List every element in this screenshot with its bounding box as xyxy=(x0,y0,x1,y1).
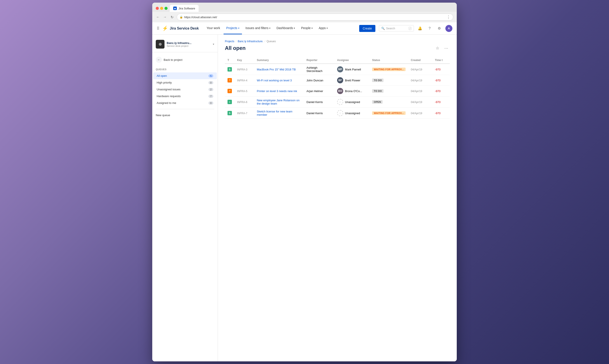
traffic-lights xyxy=(156,7,168,10)
project-dropdown-icon[interactable]: ▾ xyxy=(213,43,214,46)
sidebar-divider xyxy=(156,109,214,109)
col-header-created: Created xyxy=(408,57,432,64)
sidebar-item-badge: 7 xyxy=(208,95,213,98)
address-bar[interactable]: 🔒 https://cloud.atlassian.net/ ⋮ xyxy=(177,13,453,21)
sidebar-item-hardware-requests[interactable]: Hardware requests 7 xyxy=(153,93,217,100)
nav-your-work[interactable]: Your work xyxy=(204,22,223,34)
nav-items: Your work Projects ▾ Issues and filters … xyxy=(204,22,357,34)
table-row[interactable]: S INFRA-3 MacBook Pro 15" Mid 2018 TB As… xyxy=(225,64,450,75)
col-header-summary: Summary xyxy=(254,57,304,64)
created-date: 04/Apr/19 xyxy=(411,90,422,93)
brand-name: Jira Service Desk xyxy=(170,26,199,30)
back-to-project-button[interactable]: ← Back to project xyxy=(152,55,218,65)
issue-summary-cell[interactable]: Printer on level 3 needs new ink xyxy=(254,86,304,96)
col-header-t: T xyxy=(225,57,234,64)
nav-apps[interactable]: Apps ▾ xyxy=(316,22,330,34)
browser-tab[interactable]: ◆ Jira Software xyxy=(170,5,199,12)
refresh-button[interactable]: ↻ xyxy=(170,15,174,19)
issue-type-cell: ? xyxy=(225,75,234,86)
sidebar-item-badge: 0 xyxy=(208,81,213,84)
issue-summary-link[interactable]: Sketch license for new team member xyxy=(257,110,292,116)
reporter-name: Daniel Kerris xyxy=(307,112,323,115)
status-badge: TO DO xyxy=(372,89,383,93)
content-layout: ⊕ Banc.ly Infrastru... Service desk proj… xyxy=(152,35,457,361)
user-avatar[interactable]: A xyxy=(445,25,452,32)
star-button[interactable]: ☆ xyxy=(434,45,441,52)
sidebar-item-label: Unassigned issues xyxy=(157,88,208,91)
project-name: Banc.ly Infrastru... xyxy=(167,41,211,45)
table-row[interactable]: ? INFRA-5 Printer on level 3 needs new i… xyxy=(225,86,450,96)
close-button[interactable] xyxy=(156,7,159,10)
address-more-icon[interactable]: ⋮ xyxy=(446,15,450,19)
col-header-reporter: Reporter xyxy=(304,57,335,64)
nav-projects[interactable]: Projects ▾ xyxy=(224,22,242,34)
sidebar-item-badge: 2 xyxy=(208,88,213,91)
forward-button[interactable]: → xyxy=(163,15,167,19)
assignee-name: Unassigned xyxy=(345,100,360,104)
issue-key-cell: INFRA-3 xyxy=(234,64,254,75)
breadcrumb-queues: Queues xyxy=(267,40,276,43)
nav-dashboards[interactable]: Dashboards ▾ xyxy=(274,22,298,34)
issue-summary-cell[interactable]: New employee Jane Rotanson on the design… xyxy=(254,96,304,108)
issue-created-cell: 04/Apr/19 xyxy=(408,75,432,86)
maximize-button[interactable] xyxy=(165,7,168,10)
issue-summary-link[interactable]: Wi-Fi not working on level 3 xyxy=(257,79,292,82)
status-badge: WAITING FOR APPROV... xyxy=(372,68,406,71)
sidebar-item-unassigned-issues[interactable]: Unassigned issues 2 xyxy=(153,86,217,93)
reporter-name: Ashleigh Sterzenbach xyxy=(307,66,323,73)
time-value: -970 xyxy=(435,90,441,93)
issue-key: INFRA-7 xyxy=(237,112,247,115)
col-header-time_t: Time t xyxy=(432,57,450,64)
sidebar-item-assigned-to-me[interactable]: Assigned to me 0 xyxy=(153,100,217,106)
browser-window: ◆ Jira Software ← → ↻ 🔒 https://cloud.at… xyxy=(152,3,457,361)
sidebar-item-all-open[interactable]: All open 5 xyxy=(153,72,217,79)
sidebar-item-badge: 0 xyxy=(208,102,213,104)
sidebar-item-high-priority[interactable]: High priority 0 xyxy=(153,79,217,86)
issue-summary-link[interactable]: Printer on level 3 needs new ink xyxy=(257,90,297,93)
issue-summary-cell[interactable]: Sketch license for new team member xyxy=(254,108,304,119)
issue-reporter-cell: Daniel Kerris xyxy=(304,108,335,119)
assignee-name: Mark Parnell xyxy=(345,68,361,71)
issue-summary-link[interactable]: New employee Jane Rotanson on the design… xyxy=(257,99,299,105)
col-header-status: Status xyxy=(369,57,408,64)
unassigned-icon: ○ xyxy=(337,110,343,116)
issue-key: INFRA-3 xyxy=(237,68,247,71)
table-row[interactable]: S INFRA-7 Sketch license for new team me… xyxy=(225,108,450,119)
nav-issues-filters[interactable]: Issues and filters ▾ xyxy=(243,22,273,34)
search-icon: 🔍 xyxy=(381,27,385,30)
breadcrumb-project[interactable]: Banc.ly Infrastructure. xyxy=(238,40,263,43)
issue-created-cell: 04/Apr/19 xyxy=(408,64,432,75)
time-value: -970 xyxy=(435,68,441,71)
grid-icon[interactable]: ⠿ xyxy=(157,26,159,31)
table-row[interactable]: + INFRA-6 New employee Jane Rotanson on … xyxy=(225,96,450,108)
page-header: All open ☆ ⋯ xyxy=(225,45,450,52)
sidebar-section-title: Queues xyxy=(152,68,218,72)
status-badge: WAITING FOR APPROV... xyxy=(372,111,406,115)
issue-key: INFRA-5 xyxy=(237,90,247,93)
col-header-key: Key xyxy=(234,57,254,64)
project-info: Banc.ly Infrastru... Service desk projec… xyxy=(167,41,211,47)
create-button[interactable]: Create xyxy=(359,25,375,32)
issue-type-icon: + xyxy=(228,100,232,104)
issue-summary-cell[interactable]: Wi-Fi not working on level 3 xyxy=(254,75,304,86)
search-box[interactable]: 🔍 Search / xyxy=(379,25,414,31)
new-queue-link[interactable]: New queue xyxy=(152,112,218,118)
assignee-cell: MP Mark Parnell xyxy=(337,66,367,72)
sidebar-item-badge: 5 xyxy=(208,74,213,78)
page-actions: ☆ ⋯ xyxy=(434,45,450,52)
nav-people[interactable]: People ▾ xyxy=(298,22,315,34)
minimize-button[interactable] xyxy=(160,7,163,10)
settings-button[interactable]: ⚙ xyxy=(436,25,443,32)
created-date: 04/Apr/19 xyxy=(411,112,422,115)
table-row[interactable]: ? INFRA-4 Wi-Fi not working on level 3 J… xyxy=(225,75,450,86)
assignee-avatar: MP xyxy=(337,66,343,72)
more-options-button[interactable]: ⋯ xyxy=(443,45,450,52)
issue-time-cell: -970 xyxy=(432,64,450,75)
issue-summary-link[interactable]: MacBook Pro 15" Mid 2018 TB xyxy=(257,68,296,71)
help-button[interactable]: ? xyxy=(426,25,433,32)
notifications-button[interactable]: 🔔 xyxy=(416,25,424,32)
issue-summary-cell[interactable]: MacBook Pro 15" Mid 2018 TB xyxy=(254,64,304,75)
search-placeholder: Search xyxy=(386,27,395,30)
back-button[interactable]: ← xyxy=(156,15,160,19)
breadcrumb-projects[interactable]: Projects xyxy=(225,40,234,43)
